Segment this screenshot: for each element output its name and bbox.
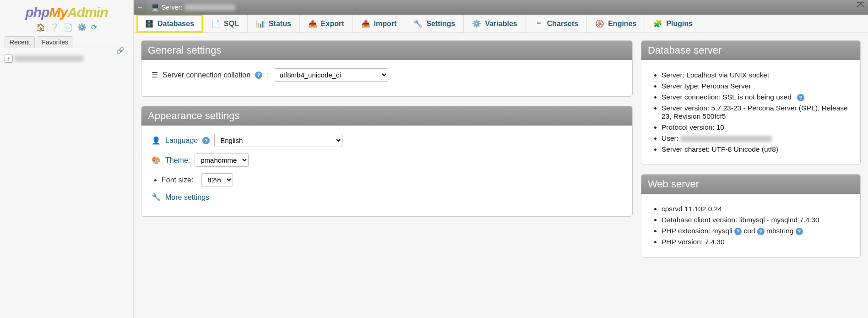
fontsize-label: Font size:	[162, 176, 193, 184]
fontsize-select[interactable]: 82%	[201, 173, 233, 186]
breadcrumb: 🖥️ Server:	[151, 4, 235, 11]
tab-label: SQL	[224, 20, 239, 28]
settings-icon: 🔧	[413, 19, 423, 28]
docs-icon[interactable]: 📄	[64, 23, 73, 31]
appearance-settings-panel: Appearance settings 👤 Language ? English…	[141, 106, 633, 217]
sidebar-quick-icons: 🏠 ❔ 📄 ⚙️ ⟳	[0, 23, 133, 32]
logo-part-php: php	[26, 5, 49, 20]
db-server-item: Protocol version: 10	[662, 123, 850, 132]
panel-title: Web server	[641, 175, 860, 194]
logo-part-my: My	[49, 5, 67, 20]
panel-title: General settings	[141, 41, 632, 60]
tab-label: Databases	[157, 20, 194, 28]
wrench-icon: 🔧	[152, 193, 161, 202]
language-label: Language	[165, 137, 198, 145]
general-settings-panel: General settings ☰ Server connection col…	[141, 40, 633, 97]
db-server-item: Server: Localhost via UNIX socket	[662, 71, 850, 79]
engines-icon: 🛞	[595, 19, 604, 28]
charsets-icon: ≡	[534, 20, 543, 28]
web-server-item: cpsrvd 11.102.0.24	[662, 205, 850, 213]
plugins-icon: 🧩	[653, 19, 662, 28]
db-server-item: Server version: 5.7.23-23 - Percona Serv…	[662, 104, 850, 121]
back-button[interactable]: ←	[134, 0, 146, 15]
tab-import[interactable]: 📥Import	[353, 15, 406, 33]
main: ← 🖥️ Server: 🗄️Databases📄SQL📊Status📤Expo…	[134, 0, 868, 318]
server-icon: 🖥️	[151, 4, 159, 11]
topbar: ← 🖥️ Server:	[134, 0, 868, 15]
panel-title: Appearance settings	[141, 106, 632, 126]
tab-plugins[interactable]: 🧩Plugins	[645, 15, 701, 33]
tab-label: Engines	[608, 20, 636, 28]
tab-label: Import	[374, 20, 397, 28]
tab-variables[interactable]: ⚙️Variables	[464, 15, 526, 33]
tab-label: Status	[269, 20, 291, 28]
tab-status[interactable]: 📊Status	[248, 15, 300, 33]
collation-icon: ☰	[152, 71, 158, 79]
link-icon[interactable]: 🔗	[116, 47, 124, 54]
help-icon[interactable]: ?	[734, 228, 742, 235]
colon: :	[267, 71, 269, 79]
language-select[interactable]: English	[214, 134, 342, 147]
home-icon[interactable]: 🏠	[36, 23, 45, 31]
logo-part-admin: Admin	[67, 5, 108, 20]
databases-icon: 🗄️	[145, 19, 154, 28]
panel-title: Database server	[641, 41, 860, 60]
more-settings-link[interactable]: More settings	[165, 193, 209, 202]
sidebar-tabs: Recent Favorites	[0, 36, 133, 48]
help-icon[interactable]: ?	[797, 94, 804, 101]
theme-icon: 🎨	[152, 156, 161, 164]
collapse-icon[interactable]	[856, 2, 865, 8]
tab-label: Plugins	[666, 20, 693, 28]
tab-label: Charsets	[547, 20, 578, 28]
db-server-item: User:	[662, 134, 850, 143]
help-icon[interactable]: ?	[255, 71, 262, 79]
export-icon: 📤	[308, 19, 317, 28]
collation-label: Server connection collation	[163, 71, 250, 79]
help-icon[interactable]: ?	[202, 137, 210, 144]
tab-engines[interactable]: 🛞Engines	[587, 15, 645, 33]
tab-settings[interactable]: 🔧Settings	[405, 15, 464, 33]
tab-sql[interactable]: 📄SQL	[203, 15, 248, 33]
content: General settings ☰ Server connection col…	[134, 33, 868, 318]
import-icon: 📥	[361, 19, 370, 28]
tabbar: 🗄️Databases📄SQL📊Status📤Export📥Import🔧Set…	[134, 15, 868, 33]
tab-label: Export	[321, 20, 344, 28]
db-server-item: Server connection: SSL is not being used…	[662, 93, 850, 101]
theme-label: Theme:	[165, 156, 190, 164]
web-server-item: PHP version: 7.4.30	[662, 238, 850, 246]
sql-icon: 📄	[211, 19, 220, 28]
breadcrumb-server-label: Server:	[162, 4, 182, 11]
expand-icon[interactable]: +	[5, 55, 13, 63]
settings-icon[interactable]: ⚙️	[77, 23, 87, 31]
database-server-panel: Database server Server: Localhost via UN…	[641, 40, 861, 165]
tab-label: Variables	[485, 20, 517, 28]
user-blurred	[680, 136, 772, 142]
reload-icon[interactable]: ⟳	[91, 23, 97, 31]
tab-charsets[interactable]: ≡Charsets	[526, 15, 587, 33]
tab-export[interactable]: 📤Export	[300, 15, 353, 33]
theme-select[interactable]: pmahomme	[195, 154, 249, 167]
db-server-item: Server charset: UTF-8 Unicode (utf8)	[662, 145, 850, 154]
tab-label: Settings	[426, 20, 455, 28]
sidebar-tab-favorites[interactable]: Favorites	[37, 36, 73, 48]
web-server-item: PHP extension: mysqli ? curl ? mbstring …	[662, 227, 850, 235]
collation-select[interactable]: utf8mb4_unicode_ci	[274, 68, 388, 82]
variables-icon: ⚙️	[472, 19, 481, 28]
sidebar: phpMyAdmin 🏠 ❔ 📄 ⚙️ ⟳ Recent Favorites 🔗…	[0, 0, 134, 318]
db-server-item: Server type: Percona Server	[662, 82, 850, 90]
breadcrumb-server-name-blurred	[185, 4, 235, 11]
logout-icon[interactable]: ❔	[50, 23, 59, 31]
web-server-panel: Web server cpsrvd 11.102.0.24Database cl…	[641, 174, 861, 258]
sidebar-tab-recent[interactable]: Recent	[5, 36, 35, 48]
db-name-blurred[interactable]	[15, 55, 83, 62]
language-icon: 👤	[152, 136, 161, 145]
web-server-item: Database client version: libmysql - mysq…	[662, 216, 850, 224]
help-icon[interactable]: ?	[796, 228, 803, 235]
tab-databases[interactable]: 🗄️Databases	[136, 15, 203, 33]
status-icon: 📊	[256, 19, 265, 28]
help-icon[interactable]: ?	[757, 228, 765, 235]
logo: phpMyAdmin	[0, 5, 133, 20]
db-tree: +	[0, 48, 133, 69]
